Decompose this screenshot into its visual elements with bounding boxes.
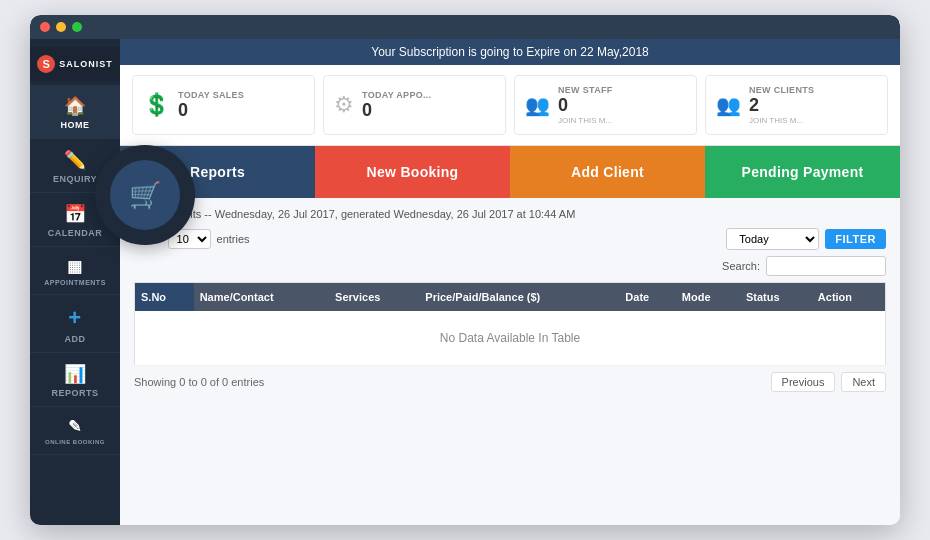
appointments-area: Appointments -- Wednesday, 26 Jul 2017, …	[120, 198, 900, 525]
table-header-row: S.No Name/Contact Services Price/Paid/Ba…	[135, 283, 886, 312]
new-staff-icon: 👥	[525, 93, 550, 117]
calendar-icon: 📅	[64, 203, 87, 225]
right-controls: Today This Week This Month FILTER	[726, 228, 886, 250]
stat-card-today-sales: 💲 TODAY SALES 0	[132, 75, 315, 135]
sidebar-item-add[interactable]: + ADD	[30, 295, 120, 353]
pending-payment-button[interactable]: Pending Payment	[705, 146, 900, 198]
table-footer: Showing 0 to 0 of 0 entries Previous Nex…	[134, 372, 886, 392]
search-row: Search:	[134, 256, 886, 276]
sidebar-label-calendar: CALENDAR	[48, 228, 103, 238]
col-action: Action	[812, 283, 886, 312]
enquiry-icon: ✏️	[64, 149, 87, 171]
stat-card-today-appo: ⚙ TODAY APPO... 0	[323, 75, 506, 135]
sidebar-label-appointments: APPOINTMENTS	[44, 279, 106, 286]
appointments-icon: ▦	[67, 257, 83, 276]
reports-icon: 📊	[64, 363, 87, 385]
circle-decoration: 🛒	[95, 145, 195, 245]
app-window: S SALONIST 🏠 HOME ✏️ ENQUIRY 📅 CALENDAR …	[30, 15, 900, 525]
sidebar-label-online-booking: ONLINE BOOKING	[45, 439, 105, 446]
home-icon: 🏠	[64, 95, 87, 117]
filter-button[interactable]: FILTER	[825, 229, 886, 249]
filter-area: Today This Week This Month FILTER	[726, 228, 886, 250]
new-clients-sub: JOIN THIS M...	[749, 116, 814, 125]
sidebar-label-home: HOME	[61, 120, 90, 130]
sidebar-item-reports[interactable]: 📊 REPORTS	[30, 353, 120, 407]
logo-icon: S	[37, 55, 55, 73]
today-appo-title: TODAY APPO...	[362, 90, 431, 100]
new-staff-title: NEW STAFF	[558, 85, 613, 95]
close-dot[interactable]	[40, 22, 50, 32]
new-staff-value: 0	[558, 95, 613, 116]
stat-card-new-staff: 👥 NEW STAFF 0 JOIN THIS M...	[514, 75, 697, 135]
notification-bar: Your Subscription is going to Expire on …	[120, 39, 900, 65]
filter-select[interactable]: Today This Week This Month	[726, 228, 819, 250]
logo-text: SALONIST	[59, 59, 113, 69]
sidebar-item-appointments[interactable]: ▦ APPOINTMENTS	[30, 247, 120, 295]
app-body: S SALONIST 🏠 HOME ✏️ ENQUIRY 📅 CALENDAR …	[30, 39, 900, 525]
new-clients-icon: 👥	[716, 93, 741, 117]
today-appo-icon: ⚙	[334, 92, 354, 118]
maximize-dot[interactable]	[72, 22, 82, 32]
sidebar-label-reports: REPORTS	[51, 388, 98, 398]
add-client-button[interactable]: Add Client	[510, 146, 705, 198]
col-status: Status	[740, 283, 812, 312]
showing-text: Showing 0 to 0 of 0 entries	[134, 376, 264, 388]
new-clients-value: 2	[749, 95, 814, 116]
today-sales-title: TODAY SALES	[178, 90, 244, 100]
sidebar-label-add: ADD	[65, 334, 86, 344]
col-price: Price/Paid/Balance ($)	[419, 283, 619, 312]
search-label: Search:	[722, 260, 760, 272]
appointments-title: Appointments -- Wednesday, 26 Jul 2017, …	[134, 208, 886, 220]
col-sno: S.No	[135, 283, 194, 312]
cart-icon: 🛒	[129, 180, 161, 211]
new-booking-button[interactable]: New Booking	[315, 146, 510, 198]
actions-row: Reports New Booking Add Client Pending P…	[120, 146, 900, 198]
stat-card-new-clients: 👥 NEW CLIENTS 2 JOIN THIS M...	[705, 75, 888, 135]
controls-row: Show 10 25 50 entries Today	[134, 228, 886, 250]
pagination: Previous Next	[771, 372, 886, 392]
logo-area: S SALONIST	[30, 47, 120, 81]
next-button[interactable]: Next	[841, 372, 886, 392]
sidebar: S SALONIST 🏠 HOME ✏️ ENQUIRY 📅 CALENDAR …	[30, 39, 120, 525]
add-icon: +	[68, 305, 81, 331]
entries-label: entries	[217, 233, 250, 245]
no-data-cell: No Data Available In Table	[135, 311, 886, 366]
col-date: Date	[619, 283, 675, 312]
col-mode: Mode	[676, 283, 740, 312]
search-input[interactable]	[766, 256, 886, 276]
minimize-dot[interactable]	[56, 22, 66, 32]
new-clients-title: NEW CLIENTS	[749, 85, 814, 95]
circle-inner: 🛒	[110, 160, 180, 230]
notification-text: Your Subscription is going to Expire on …	[371, 45, 649, 59]
today-appo-value: 0	[362, 100, 431, 121]
stats-row: 💲 TODAY SALES 0 ⚙ TODAY APPO... 0 👥	[120, 65, 900, 146]
new-staff-sub: JOIN THIS M...	[558, 116, 613, 125]
no-data-row: No Data Available In Table	[135, 311, 886, 366]
col-name: Name/Contact	[194, 283, 329, 312]
today-sales-value: 0	[178, 100, 244, 121]
title-bar	[30, 15, 900, 39]
sidebar-item-home[interactable]: 🏠 HOME	[30, 85, 120, 139]
col-services: Services	[329, 283, 419, 312]
sidebar-label-enquiry: ENQUIRY	[53, 174, 97, 184]
main-content: Your Subscription is going to Expire on …	[120, 39, 900, 525]
sidebar-item-online-booking[interactable]: ✎ ONLINE BOOKING	[30, 407, 120, 455]
previous-button[interactable]: Previous	[771, 372, 836, 392]
today-sales-icon: 💲	[143, 92, 170, 118]
online-booking-icon: ✎	[68, 417, 82, 436]
data-table: S.No Name/Contact Services Price/Paid/Ba…	[134, 282, 886, 366]
search-area: Search:	[722, 256, 886, 276]
